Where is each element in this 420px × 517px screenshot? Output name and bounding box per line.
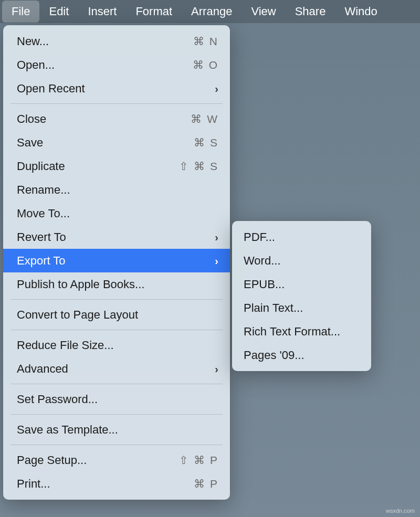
menu-label: PDF... (244, 228, 275, 246)
menubar-share[interactable]: Share (286, 1, 335, 23)
menu-convert[interactable]: Convert to Page Layout (3, 303, 230, 326)
menu-shortcut: ⇧ ⌘ S (179, 158, 218, 175)
menu-shortcut: ⌘ O (193, 57, 218, 73)
menu-label: Close (17, 110, 46, 128)
menu-separator (10, 445, 223, 445)
menu-shortcut: ⌘ W (191, 111, 218, 128)
menubar-edit[interactable]: Edit (39, 1, 78, 23)
menu-move-to[interactable]: Move To... (3, 202, 230, 225)
submenu-pages09[interactable]: Pages '09... (232, 343, 371, 367)
menu-separator (10, 299, 223, 300)
menu-label: Revert To (17, 228, 66, 246)
menu-save-template[interactable]: Save as Template... (3, 418, 230, 441)
menu-label: Save as Template... (17, 421, 118, 438)
menu-page-setup[interactable]: Page Setup... ⇧ ⌘ P (3, 448, 230, 472)
menu-save[interactable]: Save ⌘ S (3, 131, 230, 154)
menu-label: Convert to Page Layout (17, 306, 138, 323)
menu-label: New... (17, 33, 49, 50)
menu-label: Rich Text Format... (244, 323, 340, 340)
menu-label: Publish to Apple Books... (17, 276, 144, 293)
menu-label: Advanced (17, 360, 68, 377)
submenu-epub[interactable]: EPUB... (232, 272, 371, 296)
watermark: wsxdn.com (386, 508, 415, 514)
menu-export-to[interactable]: Export To › (3, 249, 230, 272)
submenu-plain-text[interactable]: Plain Text... (232, 296, 371, 320)
menu-reduce-size[interactable]: Reduce File Size... (3, 333, 230, 357)
menu-label: Save (17, 134, 43, 151)
menubar-insert[interactable]: Insert (78, 1, 126, 23)
chevron-right-icon: › (215, 253, 218, 269)
menu-advanced[interactable]: Advanced › (3, 357, 230, 381)
menu-label: Open... (17, 56, 55, 73)
menu-label: Move To... (17, 205, 70, 222)
menu-separator (10, 330, 223, 330)
chevron-right-icon: › (215, 81, 218, 97)
menubar-view[interactable]: View (242, 1, 285, 23)
menubar-file[interactable]: File (2, 1, 39, 23)
menu-rename[interactable]: Rename... (3, 178, 230, 202)
menu-label: Set Password... (17, 391, 98, 408)
menu-label: Page Setup... (17, 451, 87, 469)
menu-label: Export To (17, 252, 66, 269)
menu-separator (10, 103, 223, 104)
menu-duplicate[interactable]: Duplicate ⇧ ⌘ S (3, 154, 230, 178)
menu-label: Word... (244, 252, 281, 269)
menu-separator (10, 384, 223, 384)
chevron-right-icon: › (215, 229, 218, 245)
file-menu-dropdown: New... ⌘ N Open... ⌘ O Open Recent › Clo… (3, 25, 230, 500)
menu-revert-to[interactable]: Revert To › (3, 225, 230, 249)
submenu-word[interactable]: Word... (232, 249, 371, 272)
menu-label: EPUB... (244, 276, 285, 293)
menu-shortcut: ⌘ N (193, 33, 218, 50)
menu-set-password[interactable]: Set Password... (3, 387, 230, 411)
menubar-format[interactable]: Format (126, 1, 182, 23)
menu-label: Print... (17, 475, 50, 492)
menu-close[interactable]: Close ⌘ W (3, 107, 230, 131)
menu-shortcut: ⇧ ⌘ P (179, 452, 218, 469)
menubar: File Edit Insert Format Arrange View Sha… (0, 0, 420, 23)
chevron-right-icon: › (215, 361, 218, 377)
menu-label: Rename... (17, 181, 70, 198)
menu-shortcut: ⌘ P (194, 476, 218, 492)
menu-label: Plain Text... (244, 299, 303, 316)
menu-label: Pages '09... (244, 346, 304, 364)
menu-print[interactable]: Print... ⌘ P (3, 472, 230, 495)
menubar-arrange[interactable]: Arrange (182, 1, 242, 23)
menubar-window[interactable]: Windo (335, 1, 386, 23)
menu-open[interactable]: Open... ⌘ O (3, 53, 230, 77)
menu-shortcut: ⌘ S (194, 134, 218, 151)
menu-label: Reduce File Size... (17, 336, 114, 354)
submenu-rtf[interactable]: Rich Text Format... (232, 320, 371, 343)
menu-label: Duplicate (17, 157, 65, 175)
export-to-submenu: PDF... Word... EPUB... Plain Text... Ric… (232, 221, 371, 371)
menu-separator (10, 414, 223, 415)
menu-new[interactable]: New... ⌘ N (3, 29, 230, 53)
menu-open-recent[interactable]: Open Recent › (3, 77, 230, 100)
submenu-pdf[interactable]: PDF... (232, 225, 371, 249)
menu-label: Open Recent (17, 80, 85, 97)
menu-publish[interactable]: Publish to Apple Books... (3, 272, 230, 296)
